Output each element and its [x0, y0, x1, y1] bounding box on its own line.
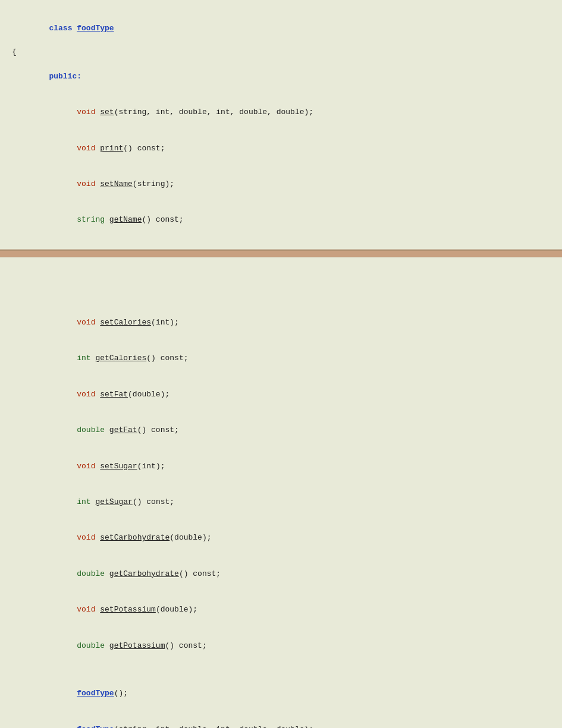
type-int-getcal: int: [77, 354, 95, 363]
top-code-section: class foodType { public: void set(string…: [0, 0, 562, 250]
line-int-getsugar: int getSugar() const;: [12, 484, 550, 520]
method-getfat: getFat: [109, 426, 137, 434]
line-blank1: [12, 664, 550, 676]
method-getname: getName: [109, 215, 142, 224]
indent: [49, 426, 77, 434]
line-void-setfat: void setFat(double);: [12, 377, 550, 412]
indent: [49, 390, 77, 399]
page-container: class foodType { public: void set(string…: [0, 0, 562, 728]
keyword-class: class: [49, 24, 77, 33]
method-getsugar: getSugar: [95, 497, 132, 506]
middle-code-section: void setCalories(int); int getCalories()…: [0, 257, 562, 728]
line-void-setname: void setName(string);: [12, 166, 550, 202]
kw-void-setcal: void: [77, 318, 100, 327]
method-set: set: [100, 108, 114, 116]
method-setcal: setCalories: [100, 318, 151, 327]
line-class-decl: class foodType: [12, 11, 550, 46]
kw-void-setsugar: void: [77, 462, 100, 471]
indent: [49, 605, 77, 614]
line-foodtype-param: foodType(string, int, double, int, doubl…: [12, 711, 550, 728]
kw-void-setfat: void: [77, 390, 100, 399]
indent: [49, 569, 77, 578]
type-double-getcarb: double: [77, 569, 109, 578]
indent: [49, 641, 77, 650]
line-double-getcarb: double getCarbohydrate() const;: [12, 556, 550, 592]
section-separator: [0, 250, 562, 257]
kw-void-print: void: [77, 144, 100, 153]
method-getcarb: getCarbohydrate: [109, 569, 179, 578]
kw-void-set: void: [77, 108, 100, 116]
method-setsugar: setSugar: [100, 462, 137, 471]
line-double-getpot: double getPotassium() const;: [12, 628, 550, 663]
kw-void-setname: void: [77, 179, 100, 188]
indent: [49, 179, 77, 188]
method-setfat: setFat: [100, 390, 128, 399]
line-void-print: void print() const;: [12, 130, 550, 166]
indent: [49, 354, 77, 363]
line-void-set: void set(string, int, double, int, doubl…: [12, 94, 550, 130]
line-void-setsugar: void setSugar(int);: [12, 448, 550, 484]
keyword-public: public:: [49, 72, 81, 81]
middle-code-block: void setCalories(int); int getCalories()…: [0, 305, 562, 728]
indent: [49, 108, 77, 116]
indent: [49, 533, 77, 542]
line-double-getfat: double getFat() const;: [12, 412, 550, 448]
method-setpot: setPotassium: [100, 605, 156, 614]
indent: [49, 689, 77, 698]
line-void-setpot: void setPotassium(double);: [12, 592, 550, 628]
line-void-setcal: void setCalories(int);: [12, 305, 550, 341]
indent: [49, 215, 77, 224]
method-setcarb: setCarbohydrate: [100, 533, 169, 542]
kw-void-setcarb: void: [77, 533, 100, 542]
line-foodtype-default: foodType();: [12, 676, 550, 711]
method-print: print: [100, 144, 123, 153]
line-void-setcarb: void setCarbohydrate(double);: [12, 520, 550, 556]
indent: [49, 144, 77, 153]
line-string-getname: string getName() const;: [12, 202, 550, 238]
constructor-param: foodType: [77, 725, 114, 728]
type-double-getfat: double: [77, 426, 109, 434]
line-int-getcal: int getCalories() const;: [12, 341, 550, 376]
type-int-getsugar: int: [77, 497, 95, 506]
line-public: public:: [12, 59, 550, 94]
class-name-foodtype: foodType: [77, 24, 114, 33]
indent: [49, 725, 77, 728]
method-getpot: getPotassium: [109, 641, 165, 650]
line-open-brace: {: [12, 46, 550, 58]
method-getcal: getCalories: [95, 354, 146, 363]
type-double-getpot: double: [77, 641, 109, 650]
indent: [49, 462, 77, 471]
indent: [49, 497, 77, 506]
method-setname: setName: [100, 179, 133, 188]
kw-void-setpot: void: [77, 605, 100, 614]
constructor-default: foodType: [77, 689, 114, 698]
type-string-getname: string: [77, 215, 109, 224]
indent: [49, 318, 77, 327]
top-code-block: class foodType { public: void set(string…: [0, 11, 562, 238]
